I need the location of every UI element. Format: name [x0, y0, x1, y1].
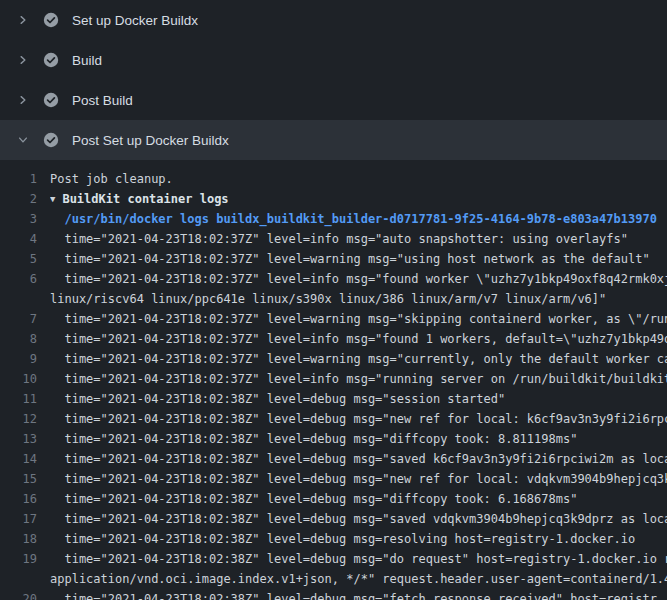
log-line: 9 time="2021-04-23T18:02:37Z" level=warn… [0, 349, 667, 369]
step-section-header[interactable]: Build [0, 40, 667, 80]
log-line-text: /usr/bin/docker logs buildx_buildkit_bui… [50, 209, 667, 229]
log-line: 19 time="2021-04-23T18:02:38Z" level=deb… [0, 549, 667, 569]
log-line-text: time="2021-04-23T18:02:37Z" level=info m… [50, 369, 667, 389]
log-line: 18 time="2021-04-23T18:02:38Z" level=deb… [0, 529, 667, 549]
log-line-number[interactable]: 17 [0, 509, 50, 529]
log-line-text: time="2021-04-23T18:02:38Z" level=debug … [50, 529, 667, 549]
log-line: 11 time="2021-04-23T18:02:38Z" level=deb… [0, 389, 667, 409]
log-line: 2 ▼BuildKit container logs [0, 189, 667, 209]
log-line-number[interactable]: 10 [0, 369, 50, 389]
log-line-number[interactable]: 19 [0, 549, 50, 569]
log-line: 15 time="2021-04-23T18:02:38Z" level=deb… [0, 469, 667, 489]
check-circle-icon [43, 12, 59, 28]
log-line: application/vnd.oci.image.index.v1+json,… [0, 569, 667, 589]
log-line: linux/riscv64 linux/ppc641e linux/s390x … [0, 289, 667, 309]
log-line-number[interactable]: 18 [0, 529, 50, 549]
check-circle-icon [43, 92, 59, 108]
log-line-text: ▼BuildKit container logs [50, 189, 667, 209]
log-line-number[interactable]: 9 [0, 349, 50, 369]
log-output: 1 Post job cleanup. 2 ▼BuildKit containe… [0, 160, 667, 600]
log-line-text: time="2021-04-23T18:02:37Z" level=info m… [50, 269, 667, 289]
log-line: 14 time="2021-04-23T18:02:38Z" level=deb… [0, 449, 667, 469]
group-caret-icon[interactable]: ▼ [50, 189, 55, 209]
log-line-text: time="2021-04-23T18:02:37Z" level=warnin… [50, 349, 667, 369]
log-line: 20 time="2021-04-23T18:02:38Z" level=deb… [0, 589, 667, 600]
log-line: 1 Post job cleanup. [0, 169, 667, 189]
step-section-label: Post Build [72, 93, 133, 108]
log-line-number[interactable]: 5 [0, 249, 50, 269]
log-line: 7 time="2021-04-23T18:02:37Z" level=warn… [0, 309, 667, 329]
log-line-number[interactable]: 13 [0, 429, 50, 449]
chevron-right-icon [16, 53, 30, 67]
log-line-text: time="2021-04-23T18:02:38Z" level=debug … [50, 549, 667, 569]
log-line-number[interactable]: 11 [0, 389, 50, 409]
step-section-label: Post Set up Docker Buildx [72, 133, 229, 148]
check-circle-icon [43, 52, 59, 68]
log-line-number[interactable] [0, 289, 50, 309]
step-section-header[interactable]: Post Set up Docker Buildx [0, 120, 667, 160]
log-line-text: time="2021-04-23T18:02:38Z" level=debug … [50, 389, 667, 409]
step-section-label: Build [72, 53, 102, 68]
chevron-down-icon [16, 133, 30, 147]
log-line-text: time="2021-04-23T18:02:38Z" level=debug … [50, 509, 667, 529]
log-line: 16 time="2021-04-23T18:02:38Z" level=deb… [0, 489, 667, 509]
log-line-text: time="2021-04-23T18:02:38Z" level=debug … [50, 449, 667, 469]
log-line-text: time="2021-04-23T18:02:38Z" level=debug … [50, 429, 667, 449]
log-line-number[interactable]: 12 [0, 409, 50, 429]
log-line-text: linux/riscv64 linux/ppc641e linux/s390x … [50, 289, 667, 309]
log-line-number[interactable]: 15 [0, 469, 50, 489]
log-line-number[interactable]: 3 [0, 209, 50, 229]
log-line: 8 time="2021-04-23T18:02:37Z" level=info… [0, 329, 667, 349]
log-line-text: time="2021-04-23T18:02:37Z" level=info m… [50, 329, 667, 349]
step-section-label: Set up Docker Buildx [72, 13, 198, 28]
log-line-text: time="2021-04-23T18:02:38Z" level=debug … [50, 589, 667, 600]
log-line-number[interactable]: 8 [0, 329, 50, 349]
log-line-number[interactable]: 4 [0, 229, 50, 249]
step-section-header[interactable]: Post Build [0, 80, 667, 120]
step-section-header[interactable]: Set up Docker Buildx [0, 0, 667, 40]
check-circle-icon [43, 132, 59, 148]
log-line-number[interactable]: 6 [0, 269, 50, 289]
log-line-text: time="2021-04-23T18:02:38Z" level=debug … [50, 489, 667, 509]
log-group-title[interactable]: BuildKit container logs [62, 192, 228, 206]
log-line: 3 /usr/bin/docker logs buildx_buildkit_b… [0, 209, 667, 229]
log-line-text: time="2021-04-23T18:02:38Z" level=debug … [50, 409, 667, 429]
log-line-number[interactable]: 16 [0, 489, 50, 509]
actions-log-viewer: Set up Docker Buildx Build P [0, 0, 667, 600]
log-line-text: time="2021-04-23T18:02:37Z" level=warnin… [50, 309, 667, 329]
log-line: 4 time="2021-04-23T18:02:37Z" level=info… [0, 229, 667, 249]
chevron-right-icon [16, 93, 30, 107]
log-line-text: application/vnd.oci.image.index.v1+json,… [50, 569, 667, 589]
log-line-number[interactable] [0, 569, 50, 589]
log-line: 6 time="2021-04-23T18:02:37Z" level=info… [0, 269, 667, 289]
step-sections-list: Set up Docker Buildx Build P [0, 0, 667, 160]
log-line-text: time="2021-04-23T18:02:38Z" level=debug … [50, 469, 667, 489]
log-line-number[interactable]: 2 [0, 189, 50, 209]
log-line: 5 time="2021-04-23T18:02:37Z" level=warn… [0, 249, 667, 269]
log-line-number[interactable]: 14 [0, 449, 50, 469]
log-line: 17 time="2021-04-23T18:02:38Z" level=deb… [0, 509, 667, 529]
log-line-number[interactable]: 20 [0, 589, 50, 600]
log-line: 13 time="2021-04-23T18:02:38Z" level=deb… [0, 429, 667, 449]
log-line-text: time="2021-04-23T18:02:37Z" level=info m… [50, 229, 667, 249]
log-line-text: Post job cleanup. [50, 169, 667, 189]
log-line-number[interactable]: 1 [0, 169, 50, 189]
log-line: 12 time="2021-04-23T18:02:38Z" level=deb… [0, 409, 667, 429]
log-line-number[interactable]: 7 [0, 309, 50, 329]
chevron-right-icon [16, 13, 30, 27]
log-line: 10 time="2021-04-23T18:02:37Z" level=inf… [0, 369, 667, 389]
log-line-text: time="2021-04-23T18:02:37Z" level=warnin… [50, 249, 667, 269]
